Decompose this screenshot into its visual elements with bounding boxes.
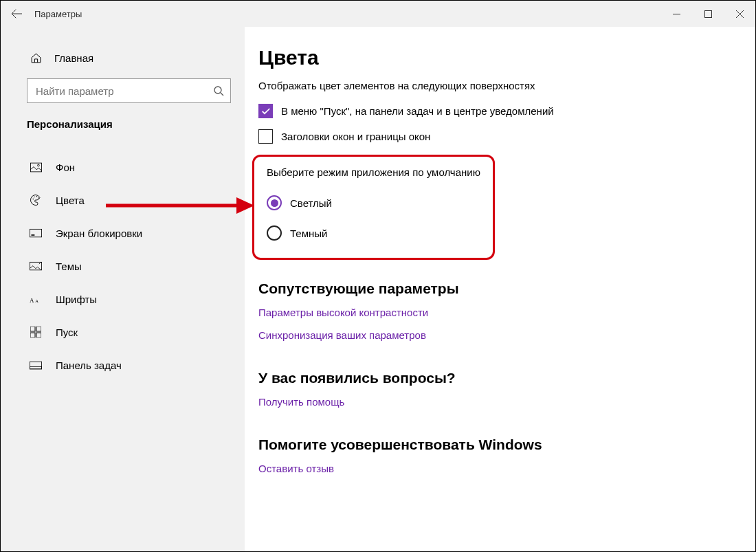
questions-header: У вас появились вопросы?: [258, 370, 755, 386]
surfaces-subtitle: Отображать цвет элементов на следующих п…: [258, 80, 755, 91]
themes-icon: [30, 260, 42, 272]
sidebar-item-label: Панель задач: [56, 360, 122, 371]
search-field[interactable]: [27, 78, 231, 103]
svg-rect-16: [36, 333, 41, 338]
sidebar-item-fonts[interactable]: AA Шрифты: [1, 283, 245, 316]
sidebar-item-home[interactable]: Главная: [1, 44, 245, 71]
sidebar-item-taskbar[interactable]: Панель задач: [1, 349, 245, 382]
svg-rect-17: [30, 362, 41, 369]
sidebar-nav: Фон Цвета Экран блокировки Темы: [1, 151, 245, 382]
svg-rect-14: [36, 327, 41, 331]
content-pane: Цвета Отображать цвет элементов на следу…: [245, 27, 755, 551]
sidebar-item-lockscreen[interactable]: Экран блокировки: [1, 217, 245, 250]
checkbox-titlebar-borders[interactable]: Заголовки окон и границы окон: [258, 129, 755, 144]
link-feedback[interactable]: Оставить отзыв: [258, 463, 334, 474]
sidebar-item-background[interactable]: Фон: [1, 151, 245, 184]
sidebar-item-label: Темы: [56, 261, 82, 272]
svg-rect-9: [31, 234, 34, 236]
sidebar-category: Персонализация: [1, 110, 245, 138]
maximize-button[interactable]: [692, 1, 724, 27]
sidebar-item-themes[interactable]: Темы: [1, 250, 245, 283]
title-bar: Параметры: [1, 1, 755, 27]
svg-rect-18: [30, 366, 41, 368]
svg-point-7: [38, 197, 39, 199]
search-input[interactable]: [27, 78, 231, 103]
svg-text:A: A: [30, 296, 34, 303]
radio-light[interactable]: Светлый: [267, 188, 480, 218]
annotation-highlight-box: Выберите режим приложения по умолчанию С…: [252, 155, 495, 260]
back-button[interactable]: [1, 1, 32, 27]
checkbox-label: В меню "Пуск", на панели задач и в центр…: [281, 105, 554, 117]
sidebar-item-label: Экран блокировки: [56, 228, 142, 239]
svg-point-3: [37, 164, 39, 166]
svg-point-1: [214, 87, 221, 93]
checkbox-unchecked-icon: [258, 129, 273, 144]
close-icon: [736, 10, 744, 18]
svg-point-6: [36, 196, 38, 197]
svg-rect-8: [30, 229, 41, 236]
taskbar-icon: [30, 359, 42, 371]
improve-header: Помогите усовершенствовать Windows: [258, 437, 755, 453]
sidebar-item-start[interactable]: Пуск: [1, 316, 245, 349]
maximize-icon: [704, 10, 712, 18]
svg-point-5: [34, 197, 35, 198]
palette-icon: [30, 194, 42, 206]
app-mode-header: Выберите режим приложения по умолчанию: [267, 166, 480, 178]
svg-rect-15: [30, 333, 35, 338]
svg-rect-13: [30, 327, 35, 331]
home-icon: [30, 52, 42, 64]
svg-point-4: [33, 199, 34, 200]
radio-selected-icon: [267, 195, 282, 210]
start-icon: [30, 326, 42, 338]
fonts-icon: AA: [30, 293, 42, 305]
related-header: Сопутствующие параметры: [258, 280, 755, 297]
checkbox-checked-icon: [258, 104, 273, 118]
lockscreen-icon: [30, 227, 42, 239]
sidebar: Главная Персонализация Фон Цвета: [1, 27, 245, 551]
checkbox-label: Заголовки окон и границы окон: [281, 131, 430, 142]
checkbox-start-taskbar[interactable]: В меню "Пуск", на панели задач и в центр…: [258, 104, 755, 118]
radio-unselected-icon: [267, 225, 282, 241]
svg-rect-2: [30, 163, 41, 172]
sidebar-item-label: Пуск: [56, 327, 78, 338]
close-button[interactable]: [724, 1, 755, 27]
picture-icon: [30, 161, 42, 173]
back-arrow-icon: [11, 8, 22, 19]
svg-text:A: A: [35, 298, 38, 302]
page-title: Цвета: [258, 46, 755, 69]
window-title: Параметры: [32, 9, 82, 19]
minimize-button[interactable]: [660, 1, 692, 27]
search-icon: [213, 85, 224, 96]
sidebar-item-label: Цвета: [56, 195, 85, 206]
radio-label: Темный: [290, 228, 327, 239]
link-get-help[interactable]: Получить помощь: [258, 396, 344, 408]
link-sync-settings[interactable]: Синхронизация ваших параметров: [258, 329, 426, 341]
sidebar-item-label: Шрифты: [56, 294, 97, 305]
svg-rect-0: [704, 10, 711, 17]
minimize-icon: [673, 10, 680, 18]
sidebar-item-label: Фон: [56, 162, 75, 173]
sidebar-home-label: Главная: [54, 52, 93, 64]
link-high-contrast[interactable]: Параметры высокой контрастности: [258, 307, 428, 318]
radio-dark[interactable]: Темный: [267, 218, 480, 248]
radio-label: Светлый: [290, 197, 332, 209]
sidebar-item-colors[interactable]: Цвета: [1, 184, 245, 217]
